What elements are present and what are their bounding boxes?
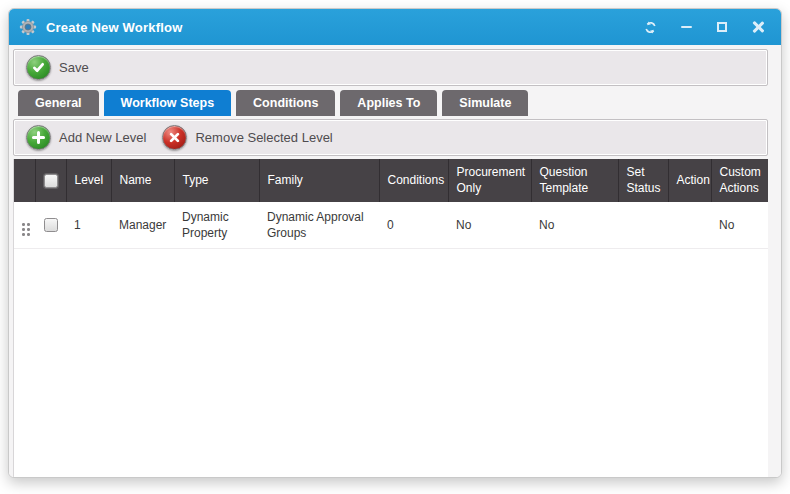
column-header-family[interactable]: Family bbox=[259, 159, 379, 202]
tab-conditions[interactable]: Conditions bbox=[236, 90, 335, 116]
tab-label: Applies To bbox=[357, 96, 420, 110]
cell-question-template: No bbox=[531, 202, 618, 248]
minimize-icon[interactable] bbox=[675, 17, 697, 37]
window-title: Create New Workflow bbox=[46, 20, 639, 35]
gear-icon bbox=[19, 18, 37, 36]
remove-selected-level-button[interactable]: Remove Selected Level bbox=[156, 122, 342, 153]
tab-applies-to[interactable]: Applies To bbox=[340, 90, 437, 116]
cell-family: Dynamic Approval Groups bbox=[259, 202, 379, 248]
cell-type: Dynamic Property bbox=[174, 202, 259, 248]
table-row[interactable]: 1 Manager Dynamic Property Dynamic Appro… bbox=[14, 202, 768, 248]
row-select-cell bbox=[35, 202, 66, 248]
plus-circle-icon bbox=[26, 125, 51, 150]
tab-workflow-steps[interactable]: Workflow Steps bbox=[104, 90, 232, 116]
column-header-question-template[interactable]: Question Template bbox=[531, 159, 618, 202]
cell-action bbox=[668, 202, 711, 248]
tab-general[interactable]: General bbox=[18, 90, 99, 116]
column-header-procurement-only[interactable]: Procurement Only bbox=[448, 159, 531, 202]
row-drag-cell bbox=[14, 202, 35, 248]
titlebar: Create New Workflow bbox=[9, 9, 781, 45]
column-header-custom-actions[interactable]: Custom Actions bbox=[711, 159, 768, 202]
close-icon[interactable] bbox=[747, 17, 769, 37]
cross-circle-icon bbox=[162, 125, 187, 150]
tabstrip: General Workflow Steps Conditions Applie… bbox=[13, 86, 768, 116]
grid-header-row: Level Name Type Family Conditions Procur… bbox=[14, 159, 768, 202]
cell-level: 1 bbox=[66, 202, 111, 248]
dialog-content: Save General Workflow Steps Conditions A… bbox=[9, 45, 781, 477]
cell-set-status bbox=[618, 202, 668, 248]
cell-custom-actions: No bbox=[711, 202, 768, 248]
maximize-icon[interactable] bbox=[711, 17, 733, 37]
column-header-type[interactable]: Type bbox=[174, 159, 259, 202]
add-new-level-label: Add New Level bbox=[59, 130, 146, 145]
remove-selected-level-label: Remove Selected Level bbox=[195, 130, 332, 145]
cell-name: Manager bbox=[111, 202, 174, 248]
check-circle-icon bbox=[26, 55, 51, 80]
column-header-drag-gutter bbox=[14, 159, 35, 202]
row-checkbox[interactable] bbox=[44, 218, 58, 232]
tab-label: Simulate bbox=[459, 96, 511, 110]
column-header-name[interactable]: Name bbox=[111, 159, 174, 202]
refresh-icon[interactable] bbox=[639, 17, 661, 37]
column-header-set-status[interactable]: Set Status bbox=[618, 159, 668, 202]
tab-label: General bbox=[35, 96, 82, 110]
column-header-conditions[interactable]: Conditions bbox=[379, 159, 448, 202]
save-button-label: Save bbox=[59, 60, 89, 75]
tab-simulate[interactable]: Simulate bbox=[442, 90, 528, 116]
dialog-window: Create New Workflow bbox=[8, 8, 782, 478]
window-controls bbox=[639, 17, 769, 37]
cell-conditions: 0 bbox=[379, 202, 448, 248]
add-new-level-button[interactable]: Add New Level bbox=[20, 122, 156, 153]
tab-label: Conditions bbox=[253, 96, 318, 110]
save-toolbar: Save bbox=[13, 49, 768, 86]
tab-label: Workflow Steps bbox=[121, 96, 215, 110]
column-header-level[interactable]: Level bbox=[66, 159, 111, 202]
save-button[interactable]: Save bbox=[20, 52, 99, 83]
cell-procurement-only: No bbox=[448, 202, 531, 248]
drag-dots-icon[interactable] bbox=[22, 223, 30, 236]
select-all-checkbox[interactable] bbox=[44, 174, 58, 188]
column-header-select-all[interactable] bbox=[35, 159, 66, 202]
column-header-action[interactable]: Action bbox=[668, 159, 711, 202]
grid-toolbar: Add New Level Remove Selected Level bbox=[13, 119, 768, 156]
workflow-steps-grid: Level Name Type Family Conditions Procur… bbox=[13, 159, 768, 477]
